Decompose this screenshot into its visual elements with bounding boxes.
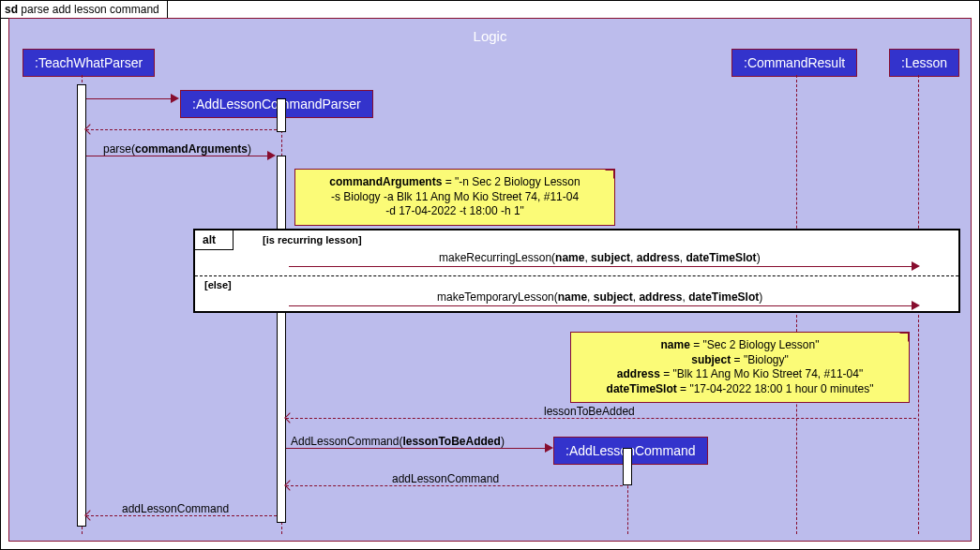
msg-return-addlessoncmd2: addLessonCommand: [122, 502, 229, 515]
msg-return-addlessoncmd1: addLessonCommand: [392, 472, 499, 485]
arrow-return-addlessoncmd1: [286, 485, 623, 486]
arrow-create-parser: [86, 98, 173, 99]
participant-lesson: :Lesson: [889, 49, 959, 77]
note-parsed-values: name = "Sec 2 Biology Lesson" subject = …: [570, 332, 910, 403]
note1-l3: -d 17-04-2022 -t 18:00 -h 1": [385, 204, 524, 217]
activation-parser-1: [277, 98, 286, 132]
guard-recurring: [is recurring lesson]: [263, 234, 362, 245]
note1-l2: -s Biology -a Blk 11 Ang Mo Kio Street 7…: [331, 190, 579, 203]
arrowhead-return-addlessoncmd1: [284, 480, 294, 490]
sd-title: parse add lesson command: [21, 3, 158, 16]
arrow-create-addlessoncmd: [286, 448, 547, 449]
n2-addr-k: address: [617, 367, 660, 380]
alt-divider: [195, 275, 958, 276]
note-command-arguments: commandArguments = "-n Sec 2 Biology Les…: [294, 169, 615, 226]
arrow-make-temporary: [289, 305, 913, 306]
participant-commandresult: :CommandResult: [731, 49, 857, 77]
msg-make-recurring: makeRecurringLesson(name, subject, addre…: [439, 251, 761, 264]
n2-subj-k: subject: [691, 353, 731, 366]
msg-return-lesson: lessonToBeAdded: [544, 405, 635, 418]
n2-dt-v: = "17-04-2022 18:00 1 hour 0 minutes": [677, 382, 874, 395]
frame-title: Logic: [474, 28, 507, 44]
n2-subj-v: = "Biology": [731, 353, 789, 366]
arrowhead-return-parser-create: [84, 124, 95, 134]
n2-name-k: name: [661, 338, 690, 351]
sd-label: sd parse add lesson command: [1, 1, 168, 19]
arrowhead-return-addlessoncmd2: [84, 510, 95, 520]
msg-create-addlessoncmd: AddLessonCommand(lessonToBeAdded): [291, 435, 505, 448]
n2-name-v: = "Sec 2 Biology Lesson": [690, 338, 820, 351]
n2-addr-v: = "Blk 11 Ang Mo Kio Street 74, #11-04": [660, 367, 863, 380]
arrowhead-make-recurring: [912, 261, 920, 271]
participant-teachwhatparser: :TeachWhatParser: [23, 49, 155, 77]
note1-v1: = "-n Sec 2 Biology Lesson: [442, 175, 580, 188]
activation-addlessoncmd: [623, 448, 632, 485]
arrowhead-create-addlessoncmd: [545, 443, 553, 453]
arrow-return-addlessoncmd2: [86, 515, 277, 516]
arrowhead-create-parser: [171, 94, 179, 103]
note1-k: commandArguments: [329, 175, 442, 188]
arrowhead-make-temporary: [912, 301, 920, 310]
msg-parse: parse(commandArguments): [103, 142, 251, 156]
arrow-return-lesson: [286, 418, 916, 419]
activation-teachwhatparser: [77, 84, 86, 527]
n2-dt-k: dateTimeSlot: [607, 382, 677, 395]
arrowhead-parse: [267, 151, 276, 160]
arrow-parse: [86, 156, 269, 156]
alt-label: alt: [195, 230, 234, 250]
arrow-return-parser-create: [86, 129, 277, 130]
alt-frame: alt [is recurring lesson] [else] makeRec…: [193, 229, 960, 313]
msg-make-temporary: makeTemporaryLesson(name, subject, addre…: [437, 290, 762, 304]
activation-parser-2: [277, 156, 286, 523]
diagram-outer: sd parse add lesson command Logic :Teach…: [0, 0, 980, 550]
guard-else: [else]: [204, 279, 232, 290]
logic-frame: Logic :TeachWhatParser :AddLessonCommand…: [8, 18, 972, 542]
sd-prefix: sd: [5, 3, 18, 16]
arrow-make-recurring: [289, 266, 913, 267]
arrowhead-return-lesson: [284, 412, 294, 423]
